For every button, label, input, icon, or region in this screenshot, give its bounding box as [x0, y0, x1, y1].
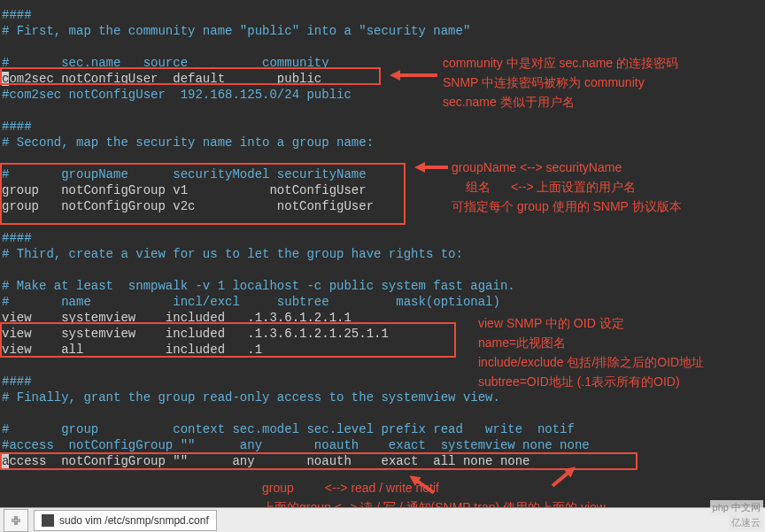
annotation-text: include/exclude 包括/排除之后的OID地址	[478, 352, 704, 372]
code-line: # First, map the community name "public"…	[2, 23, 765, 39]
annotation-text: group <--> read / write notif	[262, 478, 606, 497]
watermark-area: php 中文网 亿速云	[676, 497, 765, 532]
annotation-text: view SNMP 中的 OID 设定	[478, 313, 704, 333]
code-line	[2, 262, 765, 278]
highlight-box-2	[0, 163, 406, 225]
annotation-block-2: groupName <--> securityName 组名 <--> 上面设置…	[452, 158, 682, 216]
highlight-box-1	[0, 67, 381, 85]
watermark-1: php 中文网	[710, 500, 763, 515]
arrow-left-icon	[388, 67, 437, 88]
annotation-text: community 中是对应 sec.name 的连接密码	[443, 53, 678, 73]
code-line: # Finally, grant the group read-only acc…	[2, 389, 765, 405]
annotation-block-1: community 中是对应 sec.name 的连接密码 SNMP 中连接密码…	[443, 53, 678, 112]
highlight-box-3	[0, 322, 456, 358]
highlight-box-4	[0, 452, 638, 470]
code-line: # group context sec.model sec.level pref…	[2, 421, 765, 437]
code-line: # Third, create a view for us to let the…	[2, 246, 765, 262]
code-line: ####	[2, 230, 765, 246]
annotation-text: 可指定每个 group 使用的 SNMP 协议版本	[452, 197, 682, 216]
terminal-tab-label: sudo vim /etc/snmp/snmpd.conf	[59, 514, 209, 527]
annotation-text: SNMP 中连接密码被称为 community	[443, 73, 678, 92]
code-line: # name incl/excl subtree mask(optional)	[2, 294, 765, 310]
expand-icon[interactable]	[4, 509, 28, 532]
code-line: #access notConfigGroup "" any noauth exa…	[2, 437, 765, 453]
terminal-icon	[42, 514, 54, 527]
annotation-text: subtree=OID地址 (.1表示所有的OID)	[478, 372, 704, 391]
terminal-tab[interactable]: sudo vim /etc/snmp/snmpd.conf	[34, 510, 217, 531]
annotation-text: 组名 <--> 上面设置的用户名	[452, 177, 682, 197]
code-line: # Make at least snmpwalk -v 1 localhost …	[2, 278, 765, 294]
bottom-taskbar: sudo vim /etc/snmp/snmpd.conf	[0, 507, 765, 532]
watermark-2: 亿速云	[729, 515, 763, 530]
annotation-text: sec.name 类似于用户名	[443, 92, 678, 112]
arrow-left-icon	[413, 159, 448, 180]
annotation-block-3: view SNMP 中的 OID 设定 name=此视图名 include/ex…	[478, 313, 704, 391]
code-line	[2, 405, 765, 421]
code-line: # Second, map the security name into a g…	[2, 135, 765, 150]
code-line: ####	[2, 119, 765, 135]
code-line: ####	[2, 7, 765, 23]
annotation-text: groupName <--> securityName	[452, 158, 682, 177]
annotation-text: name=此视图名	[478, 333, 704, 352]
